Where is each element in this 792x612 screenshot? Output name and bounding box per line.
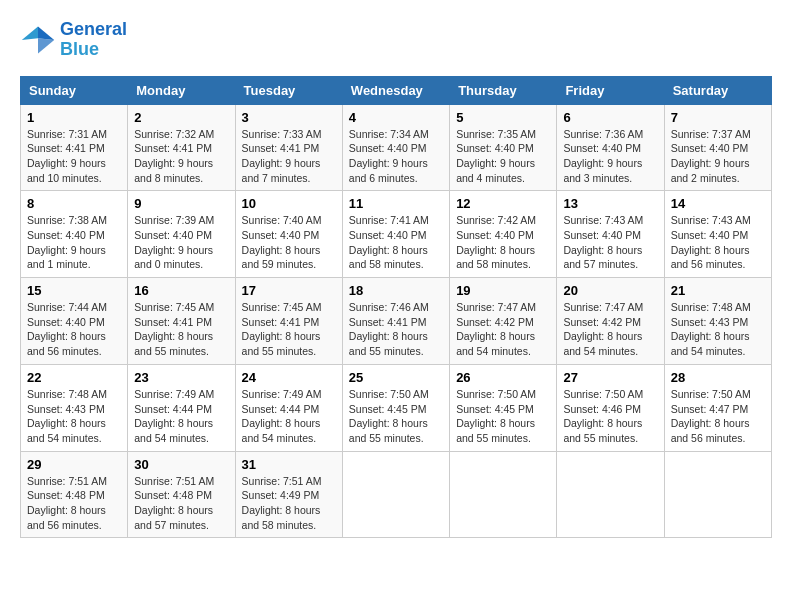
day-info: Sunrise: 7:42 AM Sunset: 4:40 PM Dayligh… <box>456 213 550 272</box>
weekday-monday: Monday <box>128 76 235 104</box>
day-info: Sunrise: 7:49 AM Sunset: 4:44 PM Dayligh… <box>242 387 336 446</box>
calendar-cell: 22Sunrise: 7:48 AM Sunset: 4:43 PM Dayli… <box>21 364 128 451</box>
calendar-cell: 17Sunrise: 7:45 AM Sunset: 4:41 PM Dayli… <box>235 278 342 365</box>
calendar-cell: 28Sunrise: 7:50 AM Sunset: 4:47 PM Dayli… <box>664 364 771 451</box>
day-info: Sunrise: 7:38 AM Sunset: 4:40 PM Dayligh… <box>27 213 121 272</box>
day-info: Sunrise: 7:51 AM Sunset: 4:48 PM Dayligh… <box>134 474 228 533</box>
day-number: 26 <box>456 370 550 385</box>
calendar-cell: 31Sunrise: 7:51 AM Sunset: 4:49 PM Dayli… <box>235 451 342 538</box>
calendar-cell: 7Sunrise: 7:37 AM Sunset: 4:40 PM Daylig… <box>664 104 771 191</box>
calendar-cell: 16Sunrise: 7:45 AM Sunset: 4:41 PM Dayli… <box>128 278 235 365</box>
day-info: Sunrise: 7:46 AM Sunset: 4:41 PM Dayligh… <box>349 300 443 359</box>
day-number: 25 <box>349 370 443 385</box>
calendar-cell <box>557 451 664 538</box>
calendar-cell <box>664 451 771 538</box>
week-row-3: 15Sunrise: 7:44 AM Sunset: 4:40 PM Dayli… <box>21 278 772 365</box>
day-number: 22 <box>27 370 121 385</box>
day-number: 17 <box>242 283 336 298</box>
svg-marker-1 <box>22 26 38 40</box>
calendar-cell: 14Sunrise: 7:43 AM Sunset: 4:40 PM Dayli… <box>664 191 771 278</box>
day-number: 21 <box>671 283 765 298</box>
logo-text: General Blue <box>60 20 127 60</box>
calendar-cell: 24Sunrise: 7:49 AM Sunset: 4:44 PM Dayli… <box>235 364 342 451</box>
day-number: 14 <box>671 196 765 211</box>
day-info: Sunrise: 7:36 AM Sunset: 4:40 PM Dayligh… <box>563 127 657 186</box>
day-info: Sunrise: 7:35 AM Sunset: 4:40 PM Dayligh… <box>456 127 550 186</box>
day-info: Sunrise: 7:48 AM Sunset: 4:43 PM Dayligh… <box>671 300 765 359</box>
day-info: Sunrise: 7:31 AM Sunset: 4:41 PM Dayligh… <box>27 127 121 186</box>
day-number: 3 <box>242 110 336 125</box>
calendar-cell: 20Sunrise: 7:47 AM Sunset: 4:42 PM Dayli… <box>557 278 664 365</box>
day-number: 2 <box>134 110 228 125</box>
calendar-cell: 3Sunrise: 7:33 AM Sunset: 4:41 PM Daylig… <box>235 104 342 191</box>
day-number: 8 <box>27 196 121 211</box>
day-info: Sunrise: 7:45 AM Sunset: 4:41 PM Dayligh… <box>242 300 336 359</box>
calendar-cell <box>342 451 449 538</box>
day-info: Sunrise: 7:48 AM Sunset: 4:43 PM Dayligh… <box>27 387 121 446</box>
weekday-tuesday: Tuesday <box>235 76 342 104</box>
day-info: Sunrise: 7:51 AM Sunset: 4:48 PM Dayligh… <box>27 474 121 533</box>
calendar-cell: 26Sunrise: 7:50 AM Sunset: 4:45 PM Dayli… <box>450 364 557 451</box>
day-number: 29 <box>27 457 121 472</box>
day-number: 24 <box>242 370 336 385</box>
day-number: 9 <box>134 196 228 211</box>
day-info: Sunrise: 7:50 AM Sunset: 4:45 PM Dayligh… <box>349 387 443 446</box>
day-number: 10 <box>242 196 336 211</box>
calendar-cell: 13Sunrise: 7:43 AM Sunset: 4:40 PM Dayli… <box>557 191 664 278</box>
calendar-cell <box>450 451 557 538</box>
day-number: 16 <box>134 283 228 298</box>
svg-marker-2 <box>38 38 54 53</box>
day-info: Sunrise: 7:40 AM Sunset: 4:40 PM Dayligh… <box>242 213 336 272</box>
calendar-cell: 9Sunrise: 7:39 AM Sunset: 4:40 PM Daylig… <box>128 191 235 278</box>
weekday-thursday: Thursday <box>450 76 557 104</box>
day-number: 6 <box>563 110 657 125</box>
day-info: Sunrise: 7:44 AM Sunset: 4:40 PM Dayligh… <box>27 300 121 359</box>
day-number: 18 <box>349 283 443 298</box>
day-number: 4 <box>349 110 443 125</box>
day-number: 7 <box>671 110 765 125</box>
day-info: Sunrise: 7:51 AM Sunset: 4:49 PM Dayligh… <box>242 474 336 533</box>
page-header: General Blue <box>20 20 772 60</box>
calendar-cell: 25Sunrise: 7:50 AM Sunset: 4:45 PM Dayli… <box>342 364 449 451</box>
day-info: Sunrise: 7:47 AM Sunset: 4:42 PM Dayligh… <box>456 300 550 359</box>
calendar-cell: 21Sunrise: 7:48 AM Sunset: 4:43 PM Dayli… <box>664 278 771 365</box>
week-row-2: 8Sunrise: 7:38 AM Sunset: 4:40 PM Daylig… <box>21 191 772 278</box>
day-info: Sunrise: 7:32 AM Sunset: 4:41 PM Dayligh… <box>134 127 228 186</box>
weekday-wednesday: Wednesday <box>342 76 449 104</box>
logo: General Blue <box>20 20 127 60</box>
calendar-cell: 8Sunrise: 7:38 AM Sunset: 4:40 PM Daylig… <box>21 191 128 278</box>
day-number: 30 <box>134 457 228 472</box>
day-info: Sunrise: 7:39 AM Sunset: 4:40 PM Dayligh… <box>134 213 228 272</box>
calendar-cell: 1Sunrise: 7:31 AM Sunset: 4:41 PM Daylig… <box>21 104 128 191</box>
day-number: 12 <box>456 196 550 211</box>
day-number: 19 <box>456 283 550 298</box>
week-row-4: 22Sunrise: 7:48 AM Sunset: 4:43 PM Dayli… <box>21 364 772 451</box>
calendar-cell: 2Sunrise: 7:32 AM Sunset: 4:41 PM Daylig… <box>128 104 235 191</box>
calendar-cell: 27Sunrise: 7:50 AM Sunset: 4:46 PM Dayli… <box>557 364 664 451</box>
day-info: Sunrise: 7:43 AM Sunset: 4:40 PM Dayligh… <box>563 213 657 272</box>
calendar-cell: 19Sunrise: 7:47 AM Sunset: 4:42 PM Dayli… <box>450 278 557 365</box>
day-info: Sunrise: 7:33 AM Sunset: 4:41 PM Dayligh… <box>242 127 336 186</box>
svg-marker-0 <box>38 26 54 40</box>
weekday-saturday: Saturday <box>664 76 771 104</box>
day-info: Sunrise: 7:49 AM Sunset: 4:44 PM Dayligh… <box>134 387 228 446</box>
day-info: Sunrise: 7:50 AM Sunset: 4:46 PM Dayligh… <box>563 387 657 446</box>
calendar-cell: 4Sunrise: 7:34 AM Sunset: 4:40 PM Daylig… <box>342 104 449 191</box>
day-number: 15 <box>27 283 121 298</box>
calendar-cell: 15Sunrise: 7:44 AM Sunset: 4:40 PM Dayli… <box>21 278 128 365</box>
calendar-cell: 23Sunrise: 7:49 AM Sunset: 4:44 PM Dayli… <box>128 364 235 451</box>
day-info: Sunrise: 7:43 AM Sunset: 4:40 PM Dayligh… <box>671 213 765 272</box>
calendar-cell: 18Sunrise: 7:46 AM Sunset: 4:41 PM Dayli… <box>342 278 449 365</box>
day-info: Sunrise: 7:37 AM Sunset: 4:40 PM Dayligh… <box>671 127 765 186</box>
weekday-sunday: Sunday <box>21 76 128 104</box>
weekday-friday: Friday <box>557 76 664 104</box>
week-row-5: 29Sunrise: 7:51 AM Sunset: 4:48 PM Dayli… <box>21 451 772 538</box>
calendar-cell: 12Sunrise: 7:42 AM Sunset: 4:40 PM Dayli… <box>450 191 557 278</box>
day-info: Sunrise: 7:45 AM Sunset: 4:41 PM Dayligh… <box>134 300 228 359</box>
day-number: 13 <box>563 196 657 211</box>
day-info: Sunrise: 7:34 AM Sunset: 4:40 PM Dayligh… <box>349 127 443 186</box>
day-info: Sunrise: 7:50 AM Sunset: 4:45 PM Dayligh… <box>456 387 550 446</box>
calendar-cell: 6Sunrise: 7:36 AM Sunset: 4:40 PM Daylig… <box>557 104 664 191</box>
calendar-cell: 5Sunrise: 7:35 AM Sunset: 4:40 PM Daylig… <box>450 104 557 191</box>
day-number: 11 <box>349 196 443 211</box>
